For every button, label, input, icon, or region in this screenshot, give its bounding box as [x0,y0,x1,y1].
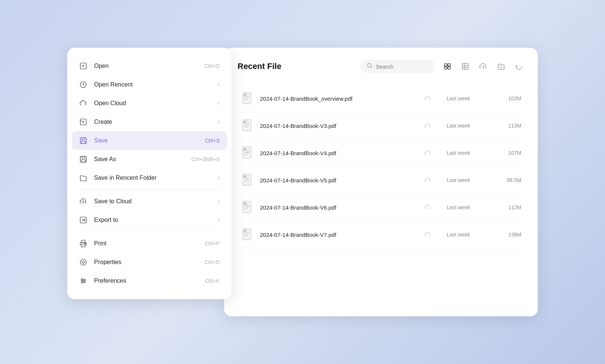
grid-view-icon[interactable] [460,61,471,72]
svg-point-20 [80,259,86,265]
file-name: 2024-07-14-BrandBook-V6.pdf [260,204,421,211]
file-row[interactable]: = 2024-07-14-BrandBook-V6.pdf Last week … [238,194,524,221]
menu-item-open-cloud[interactable]: Open Cloud › [72,94,227,113]
upload-cloud-icon [79,197,87,205]
upload-icon[interactable] [478,61,488,72]
file-row[interactable]: = 2024-07-14-BrandBook-V5.pdf Last week … [238,167,524,194]
file-row[interactable]: = 2024-07-14-BrandBook_overview.pdf Last… [238,85,524,112]
menu-print-shortcut: Ctrl+P [205,241,220,247]
menu-item-open[interactable]: Open Ctrl+O [72,57,227,75]
svg-point-28 [367,63,371,67]
menu-print-label: Print [94,240,205,247]
svg-text:=: = [244,175,245,178]
chevron-right-icon4: › [218,175,220,181]
files-header: Recent File [238,60,524,73]
sliders-icon [79,277,87,285]
file-date: Last week [447,177,495,183]
svg-point-25 [81,279,83,280]
chevron-right-icon5: › [218,198,220,205]
menu-item-save[interactable]: Save Ctrl+S [72,131,227,150]
svg-text:=: = [244,148,245,150]
menu-item-save-cloud[interactable]: Save to Cloud › [72,192,227,211]
file-size: 107M [495,150,521,156]
svg-rect-18 [81,244,85,247]
menu-item-save-as[interactable]: Save As Ctrl+Shift+S [72,150,227,169]
chevron-right-icon3: › [218,119,220,125]
menu-item-save-recent-folder[interactable]: Save in Rencent Folder › [72,169,227,187]
menu-item-create[interactable]: Create › [72,113,227,131]
cloud-sync-icon [424,231,432,238]
file-size: 113M [495,123,521,129]
file-name: 2024-07-14-BrandBook-V4.pdf [260,150,421,156]
open-icon [79,62,87,70]
svg-text:=: = [244,202,245,205]
menu-save-cloud-label: Save to Cloud [94,198,215,205]
svg-text:=: = [244,93,245,96]
file-date: Last week [447,150,495,156]
menu-item-print[interactable]: Print Ctrl+P [72,234,227,253]
save-icon [79,136,87,145]
export-icon [79,216,87,224]
menu-export-label: Export to [94,217,215,223]
svg-rect-31 [444,67,447,69]
search-input[interactable] [376,63,428,70]
file-row[interactable]: = 2024-07-14-BrandBook-V3.pdf Last week … [238,112,524,139]
svg-rect-9 [82,138,85,139]
cloud-sync-icon [424,204,432,211]
svg-point-19 [85,243,86,244]
refresh-icon[interactable] [514,61,524,72]
file-size: 136M [495,232,521,238]
menu-create-label: Create [94,119,215,125]
properties-icon [79,258,87,266]
menu-properties-label: Properties [94,259,205,266]
file-list: = 2024-07-14-BrandBook_overview.pdf Last… [238,85,524,248]
menu-save-as-label: Save As [94,156,192,163]
menu-open-shortcut: Ctrl+O [204,63,220,69]
svg-point-26 [84,280,85,282]
print-icon [79,239,87,248]
new-folder-icon[interactable] [496,61,506,72]
svg-rect-10 [81,141,85,144]
menu-item-export[interactable]: Export to › [72,211,227,229]
svg-rect-30 [444,64,447,66]
menu-divider [79,189,220,190]
list-view-icon[interactable] [442,61,453,72]
clock-icon [79,81,87,89]
menu-preferences-label: Preferences [94,277,205,284]
file-date: Last week [447,123,495,129]
save-as-icon [79,155,87,163]
file-doc-icon: = [241,92,254,105]
menu-properties-shortcut: Ctrl+D [205,259,220,265]
svg-rect-33 [448,67,450,69]
files-title: Recent File [238,62,360,71]
file-name: 2024-07-14-BrandBook-V3.pdf [260,123,421,129]
file-name: 2024-07-14-BrandBook-V7.pdf [260,232,421,238]
menu-item-open-recent[interactable]: Open Rencent › [72,75,227,94]
file-date: Last week [447,232,495,238]
svg-text:=: = [244,120,245,123]
svg-line-29 [371,67,372,68]
menu-divider2 [79,232,220,232]
chevron-right-icon6: › [218,217,220,223]
svg-rect-32 [448,64,450,66]
menu-save-shortcut: Ctrl+S [205,138,220,144]
svg-point-27 [82,282,83,283]
search-box[interactable] [360,60,435,73]
file-doc-icon: = [241,146,254,160]
menu-item-preferences[interactable]: Preferences Ctrl+K [72,272,227,290]
menu-item-properties[interactable]: Properties Ctrl+D [72,253,227,272]
cloud-sync-icon [424,150,432,156]
file-size: 112M [495,204,521,210]
file-row[interactable]: = 2024-07-14-BrandBook-V4.pdf Last week … [238,139,524,167]
menu-save-label: Save [94,137,205,144]
chevron-right-icon2: › [218,100,220,107]
create-icon [79,118,87,126]
file-row[interactable]: = 2024-07-14-BrandBook-V7.pdf Last week … [238,221,524,248]
search-icon [367,63,373,70]
menu-save-as-shortcut: Ctrl+Shift+S [192,156,220,162]
app-container: Open Ctrl+O Open Rencent › Open Cloud › [67,48,538,316]
cloud-sync-icon [424,177,432,183]
menu-open-label: Open [94,63,204,69]
cloud-sync-icon [424,122,432,129]
file-size: 98.5M [495,177,521,183]
